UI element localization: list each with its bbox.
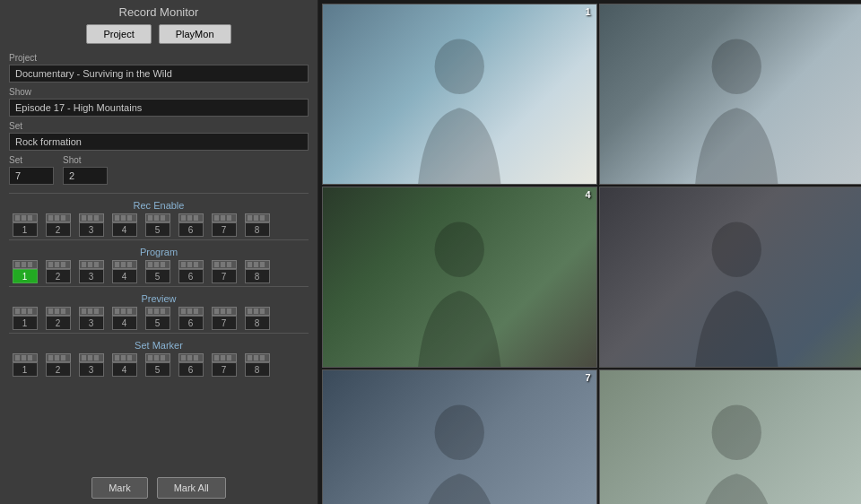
video-cell-1[interactable]: 1 [322,4,597,185]
channel-num-preview-channels-2[interactable]: 2 [46,316,71,330]
video-cell-2[interactable]: 2 [599,4,861,185]
channel-num-marker-channels-8[interactable]: 8 [245,362,270,377]
channel-btn-rec-enable-channels-2[interactable]: 2 [42,213,74,237]
channel-btn-marker-channels-6[interactable]: 6 [175,353,206,377]
channel-num-preview-channels-7[interactable]: 7 [212,316,237,330]
channel-num-program-channels-3[interactable]: 3 [79,269,104,283]
channel-btn-rec-enable-channels-3[interactable]: 3 [75,213,107,237]
channel-btn-marker-channels-5[interactable]: 5 [142,353,173,377]
channel-tick [48,355,53,361]
channel-btn-program-channels-7[interactable]: 7 [208,260,239,283]
shot-value[interactable]: 2 [63,167,108,185]
program-row: 12345678 [9,260,309,283]
channel-num-program-channels-8[interactable]: 8 [245,269,270,283]
mark-all-button[interactable]: Mark All [157,477,226,499]
channel-btn-program-channels-3[interactable]: 3 [75,260,107,283]
divider-3 [9,286,309,287]
channel-num-preview-channels-6[interactable]: 6 [178,316,204,330]
channel-num-preview-channels-1[interactable]: 1 [13,316,38,330]
playmon-button[interactable]: PlayMon [159,24,231,44]
channel-num-preview-channels-3[interactable]: 3 [79,316,104,330]
mark-button[interactable]: Mark [91,477,147,499]
channel-num-program-channels-1[interactable]: 1 [13,269,38,283]
channel-tick [214,215,219,221]
channel-btn-program-channels-4[interactable]: 4 [109,260,140,283]
channel-num-program-channels-7[interactable]: 7 [212,269,237,283]
channel-num-marker-channels-6[interactable]: 6 [178,362,204,377]
channel-btn-marker-channels-1[interactable]: 1 [9,353,40,377]
channel-num-rec-enable-channels-1[interactable]: 1 [13,222,38,237]
channel-btn-preview-channels-5[interactable]: 5 [142,307,173,330]
channel-btn-program-channels-1[interactable]: 1 [9,260,40,283]
channel-btn-rec-enable-channels-7[interactable]: 7 [208,213,239,237]
channel-num-preview-channels-4[interactable]: 4 [112,316,137,330]
channel-btn-preview-channels-2[interactable]: 2 [42,307,74,330]
channel-btn-marker-channels-7[interactable]: 7 [208,353,239,377]
channel-btn-marker-channels-4[interactable]: 4 [109,353,140,377]
channel-btn-preview-channels-1[interactable]: 1 [9,307,40,330]
channel-num-rec-enable-channels-5[interactable]: 5 [145,222,170,237]
channel-num-program-channels-5[interactable]: 5 [145,269,170,283]
channel-tick [260,308,265,314]
channel-num-marker-channels-1[interactable]: 1 [13,362,38,377]
channel-btn-rec-enable-channels-6[interactable]: 6 [175,213,206,237]
video-cell-4[interactable]: 4 [322,187,597,368]
channel-num-program-channels-2[interactable]: 2 [46,269,71,283]
channel-btn-rec-enable-channels-8[interactable]: 8 [241,213,273,237]
channel-tick [55,262,59,267]
channel-tick [55,308,59,314]
channel-tick [15,355,20,361]
video-cell-content-4 [323,187,596,367]
channel-btn-rec-enable-channels-1[interactable]: 1 [9,213,40,237]
channel-num-marker-channels-3[interactable]: 3 [79,362,104,377]
channel-btn-marker-channels-3[interactable]: 3 [75,353,107,377]
channel-tick [28,308,32,314]
channel-btn-program-channels-8[interactable]: 8 [241,260,273,283]
channel-tick [154,262,159,267]
channel-tick [161,215,165,221]
project-button[interactable]: Project [86,24,151,44]
video-cell-7[interactable]: 7 [322,369,597,504]
channel-tick [214,262,219,267]
channel-btn-preview-channels-4[interactable]: 4 [109,307,140,330]
channel-num-marker-channels-2[interactable]: 2 [46,362,71,377]
video-cell-content-2 [600,4,861,184]
channel-num-rec-enable-channels-6[interactable]: 6 [178,222,204,237]
channel-num-program-channels-4[interactable]: 4 [112,269,137,283]
channel-tick [161,355,165,361]
channel-num-preview-channels-8[interactable]: 8 [245,316,270,330]
channel-btn-marker-channels-2[interactable]: 2 [42,353,74,377]
channel-btn-preview-channels-3[interactable]: 3 [75,307,107,330]
channel-num-rec-enable-channels-7[interactable]: 7 [212,222,237,237]
video-cell-num-4: 4 [585,189,590,200]
channel-btn-preview-channels-6[interactable]: 6 [175,307,206,330]
channel-tick [88,308,92,314]
channel-btn-preview-channels-7[interactable]: 7 [208,307,239,330]
channel-btn-rec-enable-channels-5[interactable]: 5 [142,213,173,237]
channel-num-marker-channels-4[interactable]: 4 [112,362,137,377]
channel-num-rec-enable-channels-3[interactable]: 3 [79,222,104,237]
channel-btn-program-channels-2[interactable]: 2 [42,260,74,283]
channel-tick [227,262,231,267]
channel-btn-rec-enable-channels-4[interactable]: 4 [109,213,140,237]
channel-tick [254,262,258,267]
channel-btn-preview-channels-8[interactable]: 8 [241,307,273,330]
channel-tick [214,308,219,314]
left-panel: Record Monitor Project PlayMon Project D… [0,0,318,504]
set-num-value[interactable]: 7 [9,167,54,185]
bottom-buttons: Mark Mark All [9,477,309,499]
video-cell-8[interactable]: 8 [599,369,861,504]
channel-btn-program-channels-5[interactable]: 5 [142,260,173,283]
channel-num-program-channels-6[interactable]: 6 [178,269,204,283]
video-cell-5[interactable]: 5 [599,187,861,368]
channel-num-marker-channels-7[interactable]: 7 [212,362,237,377]
channel-num-marker-channels-5[interactable]: 5 [145,362,170,377]
channel-num-preview-channels-5[interactable]: 5 [145,316,170,330]
channel-tick [227,308,231,314]
channel-num-rec-enable-channels-2[interactable]: 2 [46,222,71,237]
channel-btn-program-channels-6[interactable]: 6 [175,260,206,283]
channel-num-rec-enable-channels-4[interactable]: 4 [112,222,137,237]
channel-num-rec-enable-channels-8[interactable]: 8 [245,222,270,237]
channel-btn-marker-channels-8[interactable]: 8 [241,353,273,377]
set-field-group: Set Rock formation [9,121,309,151]
